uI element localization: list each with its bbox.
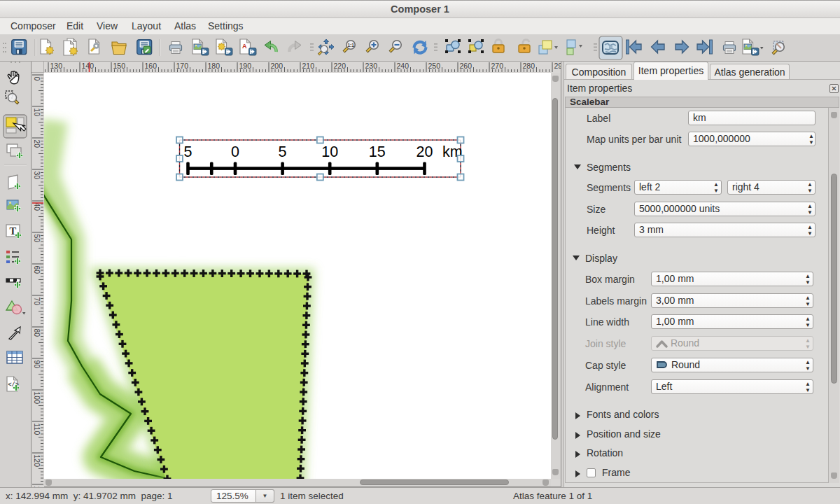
svg-text:20: 20 — [33, 140, 41, 148]
svg-text:5: 5 — [279, 144, 287, 160]
svg-text:80: 80 — [33, 329, 41, 337]
svg-text:10: 10 — [33, 108, 41, 117]
svg-text:40: 40 — [33, 203, 41, 211]
svg-text:170: 170 — [176, 62, 189, 70]
svg-text:200: 200 — [271, 62, 284, 70]
svg-text:A: A — [242, 43, 247, 50]
svg-text:100: 100 — [33, 392, 41, 405]
svg-text:260: 260 — [460, 62, 472, 70]
svg-text:220: 220 — [334, 62, 346, 70]
svg-text:20: 20 — [416, 144, 433, 160]
svg-text:50: 50 — [33, 234, 41, 243]
svg-text:270: 270 — [491, 62, 504, 70]
svg-text:190: 190 — [239, 62, 252, 70]
svg-text:0: 0 — [231, 144, 239, 160]
svg-text:70: 70 — [33, 298, 41, 306]
svg-text:150: 150 — [113, 62, 126, 70]
svg-text:90: 90 — [33, 360, 41, 369]
svg-text:30: 30 — [33, 172, 41, 180]
svg-text:110: 110 — [33, 424, 41, 435]
svg-text:130: 130 — [50, 62, 63, 70]
svg-text:290: 290 — [554, 62, 561, 70]
svg-text:160: 160 — [145, 62, 158, 70]
svg-text:280: 280 — [523, 62, 536, 70]
svg-text:1:1: 1:1 — [348, 43, 355, 48]
svg-text:120: 120 — [33, 455, 41, 468]
svg-text:210: 210 — [302, 62, 315, 70]
svg-text:240: 240 — [397, 62, 410, 70]
svg-text:0: 0 — [33, 77, 41, 81]
svg-text:15: 15 — [369, 144, 386, 160]
svg-text:140: 140 — [82, 62, 94, 70]
svg-text:5: 5 — [184, 144, 192, 160]
svg-text:230: 230 — [365, 62, 378, 70]
svg-text:60: 60 — [33, 266, 41, 274]
svg-text:10: 10 — [321, 144, 338, 160]
svg-text:250: 250 — [428, 62, 441, 70]
svg-text:180: 180 — [208, 62, 220, 70]
